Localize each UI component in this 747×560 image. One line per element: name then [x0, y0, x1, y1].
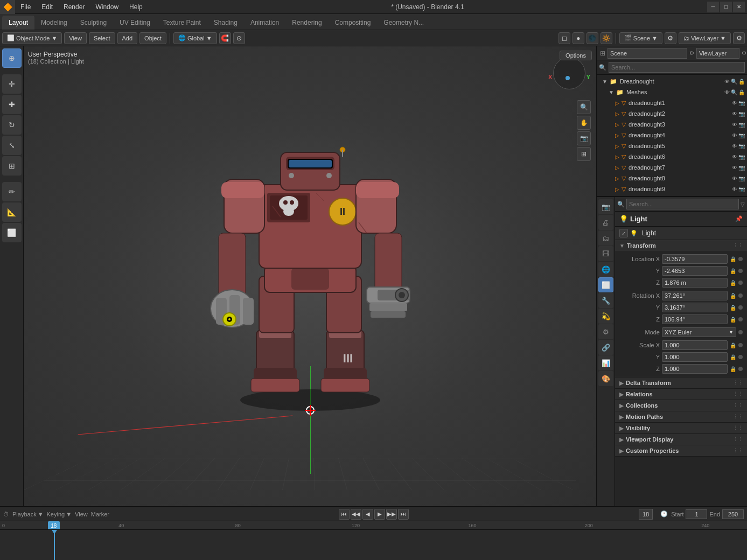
list-item[interactable]: ▷ ▽ dreadnought1 👁 📷	[597, 97, 747, 108]
prop-tab-scene[interactable]: 🎞	[598, 246, 613, 261]
menu-edit[interactable]: Edit	[36, 0, 58, 13]
prop-tab-modifier[interactable]: 🔧	[598, 293, 613, 308]
transform-section-header[interactable]: ▼ Transform ⋮⋮	[615, 240, 747, 251]
vp-tool-camera[interactable]: 📷	[577, 131, 591, 145]
location-x-field[interactable]: -0.3579	[662, 254, 728, 264]
start-frame-input[interactable]	[686, 509, 707, 519]
scale-z-lock[interactable]: 🔒	[730, 366, 736, 372]
next-keyframe-btn[interactable]: ▶▶	[386, 509, 397, 520]
prop-tab-particle[interactable]: 💫	[598, 309, 613, 324]
tool-scale[interactable]: ⤡	[2, 136, 22, 155]
viewport-shading-wire[interactable]: ◻	[558, 32, 570, 44]
tool-transform[interactable]: ⊞	[2, 156, 22, 176]
location-x-lock[interactable]: 🔒	[730, 256, 736, 262]
location-x-keyframe-dot[interactable]	[738, 257, 743, 261]
scene-selector[interactable]: 🎬 Scene ▼	[619, 32, 662, 44]
list-item[interactable]: ▷ ▽ dreadnought3 👁 📷	[597, 119, 747, 130]
outliner-item-meshes[interactable]: ▼ 📁 Meshes 👁 🔍 🔒	[597, 87, 747, 97]
tool-add-cube[interactable]: ⬜	[2, 223, 22, 242]
motion-paths-header[interactable]: ▶ Motion Paths ⋮⋮	[615, 411, 747, 422]
viewport-display-header[interactable]: ▶ Viewport Display ⋮⋮	[615, 434, 747, 445]
rotation-mode-selector[interactable]: XYZ Euler ▼	[662, 327, 736, 337]
prop-tab-data[interactable]: 📊	[598, 355, 613, 370]
location-y-keyframe-dot[interactable]	[738, 269, 743, 273]
vp-tool-grid[interactable]: ⊞	[577, 147, 591, 161]
tool-rotate[interactable]: ↻	[2, 115, 22, 135]
prop-tab-physics[interactable]: ⚙	[598, 324, 613, 339]
jump-to-end-btn[interactable]: ⏭	[398, 509, 409, 520]
tool-cursor[interactable]: ✛	[2, 74, 22, 94]
viewport-shading-solid[interactable]: ●	[573, 32, 584, 44]
end-frame-input[interactable]	[722, 509, 744, 519]
prop-tab-render[interactable]: 📷	[598, 199, 613, 214]
list-item[interactable]: ▷ ▽ dreadnought2 👁 📷	[597, 108, 747, 119]
snap-toggle[interactable]: 🧲	[219, 32, 231, 44]
scale-y-lock[interactable]: 🔒	[730, 354, 736, 360]
vp-tool-hand[interactable]: ✋	[577, 116, 591, 130]
custom-properties-header[interactable]: ▶ Custom Properties ⋮⋮	[615, 445, 747, 456]
tab-rendering[interactable]: Rendering	[285, 16, 328, 30]
mode-keyframe-dot[interactable]	[738, 330, 743, 334]
close-button[interactable]: ✕	[733, 2, 745, 12]
location-z-field[interactable]: 1.876 m	[662, 278, 728, 288]
location-z-lock[interactable]: 🔒	[730, 280, 736, 286]
tab-geometry-nodes[interactable]: Geometry N...	[377, 16, 430, 30]
tab-modeling[interactable]: Modeling	[34, 16, 74, 30]
viewport-shading-material[interactable]: 🌑	[587, 32, 598, 44]
tool-move[interactable]: ✚	[2, 95, 22, 114]
list-item[interactable]: ▷ ▽ dreadnought6 👁 📷	[597, 151, 747, 162]
prop-tab-view[interactable]: 🗂	[598, 230, 613, 246]
viewport-shading-rendered[interactable]: 🔆	[601, 32, 612, 44]
prop-tab-constraint[interactable]: 🔗	[598, 340, 613, 355]
rotation-x-field[interactable]: 37.261°	[662, 291, 728, 300]
prop-tab-object[interactable]: ⬜	[598, 277, 613, 292]
scale-y-keyframe-dot[interactable]	[738, 355, 743, 359]
tool-measure[interactable]: 📐	[2, 202, 22, 222]
list-item[interactable]: ▷ ▽ dreadnought8 👁 📷	[597, 173, 747, 184]
timeline-keying-menu[interactable]: Keying ▼	[47, 511, 72, 517]
maximize-button[interactable]: □	[720, 2, 732, 12]
current-frame-display[interactable]: 18	[639, 509, 653, 520]
tool-select[interactable]: ⊕	[2, 48, 22, 68]
location-y-lock[interactable]: 🔒	[730, 268, 736, 274]
rotation-x-lock[interactable]: 🔒	[730, 293, 736, 299]
scale-z-field[interactable]: 1.000	[662, 364, 728, 374]
vp-tool-search[interactable]: 🔍	[577, 100, 591, 114]
outliner-search-input[interactable]	[609, 62, 745, 73]
timeline-marker-menu[interactable]: Marker	[91, 511, 109, 517]
tab-uv-editing[interactable]: UV Editing	[113, 16, 157, 30]
play-reverse-btn[interactable]: ◀	[362, 509, 373, 520]
rotation-x-keyframe-dot[interactable]	[738, 293, 743, 298]
prev-keyframe-btn[interactable]: ◀◀	[351, 509, 361, 520]
timeline-view-menu[interactable]: View	[75, 511, 88, 517]
rotation-y-lock[interactable]: 🔒	[730, 305, 736, 311]
list-item[interactable]: ▷ ▽ dreadnought7 👁 📷	[597, 162, 747, 173]
menu-help[interactable]: Help	[124, 0, 148, 13]
tool-annotate[interactable]: ✏	[2, 182, 22, 201]
proportional-edit[interactable]: ⊙	[233, 32, 245, 44]
outliner-filter-icon[interactable]: ⚙	[742, 50, 746, 56]
rotation-y-keyframe-dot[interactable]	[738, 305, 743, 310]
list-item[interactable]: ▷ ▽ dreadnought9 👁 📷	[597, 184, 747, 194]
outliner-scene-field[interactable]	[608, 48, 687, 59]
menu-render[interactable]: Render	[58, 0, 90, 13]
object-menu[interactable]: Object	[139, 32, 166, 44]
list-item[interactable]: ▷ ▽ dreadnought5 👁 📷	[597, 141, 747, 151]
scene-settings[interactable]: ⚙	[665, 32, 676, 44]
scale-x-field[interactable]: 1.000	[662, 340, 728, 350]
rotation-z-keyframe-dot[interactable]	[738, 317, 743, 321]
view-menu[interactable]: View	[64, 32, 87, 44]
scale-z-keyframe-dot[interactable]	[738, 367, 743, 371]
tab-layout[interactable]: Layout	[2, 16, 34, 30]
menu-window[interactable]: Window	[90, 0, 124, 13]
rotation-z-field[interactable]: 106.94°	[662, 314, 728, 324]
viewport-options-button[interactable]: Options	[560, 51, 592, 60]
prop-tab-material[interactable]: 🎨	[598, 371, 613, 386]
tab-sculpting[interactable]: Sculpting	[74, 16, 113, 30]
delta-transform-header[interactable]: ▶ Delta Transform ⋮⋮	[615, 377, 747, 388]
transform-orientation[interactable]: 🌐 Global ▼	[173, 32, 217, 44]
rotation-z-lock[interactable]: 🔒	[730, 317, 736, 323]
collections-header[interactable]: ▶ Collections ⋮⋮	[615, 400, 747, 411]
tab-animation[interactable]: Animation	[244, 16, 285, 30]
viewport[interactable]: User Perspective (18) Collection | Light	[24, 46, 596, 506]
